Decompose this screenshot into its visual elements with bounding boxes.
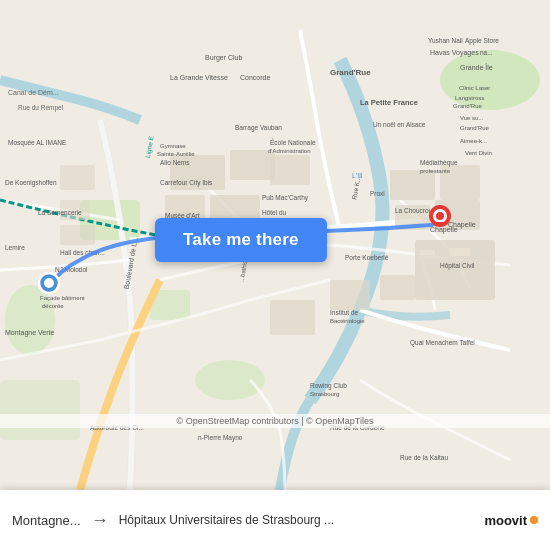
map-attribution: © OpenStreetMap contributors | © OpenMap… [0,414,550,428]
svg-text:Grand'Rue: Grand'Rue [460,125,489,131]
svg-rect-19 [60,165,95,190]
svg-text:Sainte-Aurélie: Sainte-Aurélie [157,151,195,157]
svg-text:Strasbourg: Strasbourg [310,391,339,397]
moovit-logo-text: moovit [484,513,527,528]
destination-label: Hôpitaux Universitaires de Strasbourg ..… [119,513,477,527]
svg-text:Havas Voyages: Havas Voyages [430,49,479,57]
svg-point-89 [436,212,444,220]
svg-text:Canal de Dém...: Canal de Dém... [8,89,59,96]
svg-text:Hall des chan...: Hall des chan... [60,249,105,256]
moovit-logo-dot [530,516,538,524]
svg-text:Grande Île: Grande Île [460,63,493,71]
svg-text:Rue de la Kaltau: Rue de la Kaltau [400,454,448,461]
svg-rect-24 [270,300,315,335]
svg-text:Bactériologie: Bactériologie [330,318,365,324]
destination-pin [428,204,452,240]
svg-text:Pub Mac'Carthy: Pub Mac'Carthy [262,194,309,202]
svg-text:Langstross: Langstross [455,95,484,101]
svg-rect-23 [380,275,415,300]
svg-text:Vent Divin: Vent Divin [465,150,492,156]
svg-text:Un noël en Alsace: Un noël en Alsace [373,121,426,128]
svg-rect-11 [270,155,310,185]
svg-text:Grand'Rue: Grand'Rue [330,68,371,77]
svg-text:Barrage Vauban: Barrage Vauban [235,124,282,132]
svg-rect-17 [420,250,435,255]
svg-text:Allo Nems: Allo Nems [160,159,190,166]
svg-text:Concorde: Concorde [240,74,270,81]
origin-pin [38,272,60,298]
svg-text:Mosquée AL IMANE: Mosquée AL IMANE [8,139,67,147]
svg-text:Lemire: Lemire [5,244,25,251]
svg-text:d'Administration: d'Administration [268,148,311,154]
svg-text:Hôtel du: Hôtel du [262,209,287,216]
svg-text:Gymnase: Gymnase [160,143,186,149]
svg-text:Quai Menachem Taffel: Quai Menachem Taffel [410,339,475,347]
svg-rect-8 [230,150,275,180]
svg-text:Burger Club: Burger Club [205,54,242,62]
svg-text:Porte Koeberlé: Porte Koeberlé [345,254,389,261]
svg-text:Grand'Rue: Grand'Rue [453,103,482,109]
svg-text:Hôpital Civil: Hôpital Civil [440,262,475,270]
svg-text:Rowing Club: Rowing Club [310,382,347,390]
svg-point-1 [440,50,540,110]
arrow-icon: → [91,510,109,531]
svg-text:n-Pierre Mayno: n-Pierre Mayno [198,434,243,442]
svg-rect-12 [390,170,435,200]
bottom-bar: Montagne... → Hôpitaux Universitaires de… [0,490,550,550]
svg-rect-21 [60,225,95,245]
origin-label: Montagne... [12,513,81,528]
svg-text:Rue du Rempel: Rue du Rempel [18,104,64,112]
svg-text:Proxi: Proxi [370,190,385,197]
svg-rect-22 [330,280,370,310]
svg-rect-18 [450,248,470,256]
svg-text:Vue su...: Vue su... [460,115,484,121]
svg-text:Yushan Nail: Yushan Nail [428,37,463,44]
svg-text:décorée: décorée [42,303,64,309]
svg-text:La Grande Vitesse: La Grande Vitesse [170,74,228,81]
svg-text:La Petite France: La Petite France [360,98,418,107]
svg-text:Aimee-k...: Aimee-k... [460,138,487,144]
moovit-logo: moovit [484,513,538,528]
svg-point-4 [195,360,265,400]
svg-text:Clinic Laser: Clinic Laser [459,85,490,91]
take-me-there-button[interactable]: Take me there [155,218,327,262]
svg-text:École Nationale: École Nationale [270,138,316,146]
svg-text:na...: na... [480,49,493,56]
svg-text:Carrefour City  Ibis: Carrefour City Ibis [160,179,213,187]
svg-point-92 [44,278,54,288]
svg-rect-5 [0,380,80,440]
svg-text:De Koenigshoffen: De Koenigshoffen [5,179,57,187]
svg-text:protestante: protestante [420,168,451,174]
svg-text:Institut de: Institut de [330,309,359,316]
svg-text:Médiathèque: Médiathèque [420,159,458,167]
svg-text:Montagne Verte: Montagne Verte [5,329,55,337]
svg-text:Apple Store: Apple Store [465,37,499,45]
map-container: Canal de Dém... Rue du Rempel Grand'Rue … [0,0,550,490]
svg-text:La Semencerie: La Semencerie [38,209,82,216]
